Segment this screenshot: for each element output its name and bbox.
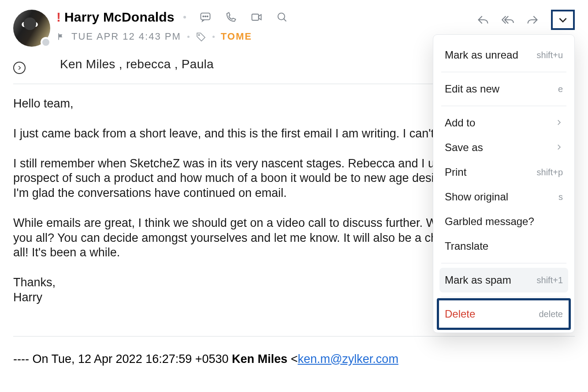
svg-point-6 [198,34,200,36]
more-actions-button[interactable] [551,10,575,30]
menu-separator [441,72,566,72]
priority-icon: ! [56,11,61,24]
quoted-prefix: ---- On Tue, 12 Apr 2022 16:27:59 +0530 [13,352,232,366]
menu-separator [441,297,566,297]
menu-item-label: Add to [445,117,475,129]
svg-point-2 [205,16,206,17]
search-icon[interactable] [276,11,288,23]
sender-name[interactable]: Harry McDonalds [64,10,175,25]
svg-rect-4 [252,14,258,20]
menu-item-label: Print [445,166,466,178]
signature-line: Thanks, [13,276,56,289]
menu-item-label: Garbled message? [445,215,534,228]
menu-item-delete[interactable]: Deletedelete [439,302,568,326]
sender-avatar[interactable] [13,10,50,47]
forward-icon[interactable] [526,14,539,26]
menu-item-label: Edit as new [445,83,499,95]
tag-icon[interactable] [196,31,206,42]
menu-item-add-to[interactable]: Add to [439,111,568,135]
quoted-sender: Ken Miles [232,352,287,366]
menu-separator [441,263,566,263]
menu-shortcut: delete [539,309,563,319]
email-date: TUE APR 12 4:43 PM [71,31,181,42]
menu-separator [441,106,566,106]
comment-icon[interactable] [199,11,212,23]
menu-shortcut: e [558,84,563,94]
divider [13,336,575,337]
presence-indicator [41,37,51,48]
quoted-angle: < [287,352,298,366]
quoted-header: ---- On Tue, 12 Apr 2022 16:27:59 +0530 … [13,352,575,366]
more-actions-menu: Mark as unreadshift+uEdit as neweAdd toS… [433,34,575,333]
menu-item-show-original[interactable]: Show originals [439,185,568,209]
reply-all-icon[interactable] [502,14,514,26]
signature-line: Harry [13,291,42,304]
svg-point-1 [203,16,204,17]
menu-item-label: Save as [445,141,483,154]
menu-item-garbled-message[interactable]: Garbled message? [439,209,568,234]
menu-item-label: Mark as unread [445,49,518,61]
chevron-right-icon [555,141,563,154]
call-icon[interactable] [225,11,237,23]
menu-item-print[interactable]: Printshift+p [439,160,568,185]
flag-icon[interactable] [56,32,65,41]
chevron-right-icon [16,65,22,71]
menu-item-mark-as-spam[interactable]: Mark as spamshift+1 [439,268,568,292]
svg-point-3 [207,16,208,17]
menu-item-translate[interactable]: Translate [439,234,568,259]
menu-shortcut: shift+p [537,167,563,178]
menu-item-label: Delete [445,308,475,320]
expand-recipients-button[interactable] [13,62,26,74]
separator-dot [183,16,186,18]
menu-item-save-as[interactable]: Save as [439,135,568,160]
menu-item-label: Mark as spam [445,274,511,286]
menu-item-edit-as-new[interactable]: Edit as newe [439,77,568,101]
chevron-right-icon [555,117,563,129]
separator-dot [187,36,190,38]
menu-item-mark-as-unread[interactable]: Mark as unreadshift+u [439,43,568,67]
quoted-email-link[interactable]: ken.m@zylker.com [298,352,398,366]
reply-icon[interactable] [477,14,489,26]
menu-shortcut: shift+1 [537,275,563,285]
chevron-down-icon [557,14,569,26]
menu-item-label: Show original [445,191,508,203]
separator-dot [212,36,215,38]
mail-label[interactable]: TOME [221,31,252,42]
video-icon[interactable] [250,11,263,23]
menu-shortcut: s [558,192,563,202]
menu-shortcut: shift+u [537,50,563,60]
menu-item-label: Translate [445,240,488,252]
